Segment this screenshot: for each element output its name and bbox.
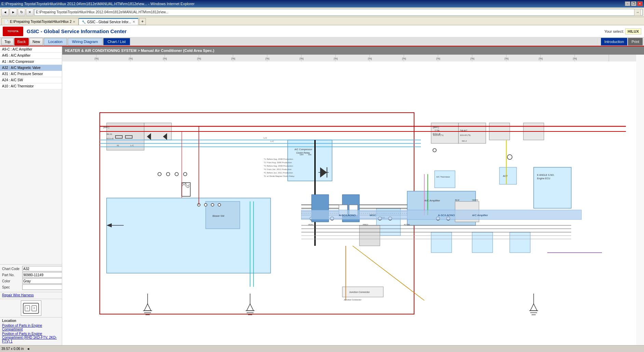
main-diagram: HEATER & AIR CONDITIONING SYSTEM > Manua…: [62, 46, 644, 345]
svg-text:L-C: L-C: [131, 144, 134, 146]
new-button[interactable]: New: [29, 38, 43, 45]
scroll-indicator[interactable]: ◄: [27, 347, 30, 351]
svg-rect-65: [534, 167, 571, 208]
svg-text:Junction Connector: Junction Connector: [344, 299, 361, 301]
svg-text:SMRN: SMRN: [472, 199, 478, 201]
svg-text:ECU+B: ECU+B: [107, 138, 113, 140]
svg-text:(BAT): (BAT): [103, 126, 109, 129]
svg-rect-44: [288, 140, 332, 181]
svg-text:A-SC/LAONO: A-SC/LAONO: [438, 214, 455, 217]
svg-text:Blower SW: Blower SW: [213, 215, 224, 217]
spec-label: Spec: [2, 285, 21, 289]
svg-text:BLW: BLW: [455, 199, 460, 201]
part-no-row: Part No.: [2, 272, 60, 278]
your-select-label: Your select:: [604, 29, 624, 33]
location-link-2[interactable]: Position of Parts in Engine Compartment …: [2, 332, 60, 343]
svg-text:E ANGLE S.NO.: E ANGLE S.NO.: [537, 174, 554, 176]
sidebar-item-6[interactable]: A10 : A/C Thermistor: [0, 83, 62, 89]
spec-input[interactable]: [22, 284, 62, 290]
sidebar-item-0[interactable]: A9-C : A/C Amplifier: [0, 46, 62, 53]
address-bar: E:\Prepairing Toyota\Toyota\Hilux\Hilux …: [34, 9, 643, 16]
svg-rect-0: [23, 303, 39, 313]
svg-text:1: 1: [27, 307, 28, 309]
tab-close-1[interactable]: ✕: [73, 20, 76, 24]
close-button[interactable]: ✕: [637, 1, 643, 6]
svg-text:*5: Before Jun. 2011 Productio: *5: Before Jun. 2011 Production: [264, 172, 293, 174]
svg-text:MGC: MGC: [370, 214, 376, 217]
sidebar-item-3[interactable]: A32 : A/C Magnetic Valve: [0, 65, 62, 71]
svg-text:[%]: [%]: [265, 57, 270, 60]
color-input[interactable]: [22, 278, 62, 284]
part-details: Chart Code Part No. Color Spec: [0, 265, 62, 292]
minimize-button[interactable]: −: [625, 1, 630, 6]
repair-wire-harness-link[interactable]: Repair Wire Harness: [2, 293, 60, 297]
location-tab[interactable]: Location: [44, 38, 67, 45]
toyota-logo: TOYOTA: [3, 27, 23, 36]
svg-text:[%]: [%]: [539, 57, 543, 60]
browser-tab-1[interactable]: 📄 E:\Prepairing Toyota\Toyota\Hilux\Hilu…: [1, 18, 79, 25]
sidebar-list[interactable]: A9-C : A/C AmplifierA45 : A/C AmplifierA…: [0, 46, 62, 265]
browser-toolbar: ◄ ► ↻ ✕ E:\Prepairing Toyota\Toyota\Hilu…: [0, 8, 644, 17]
svg-text:Engine ECU: Engine ECU: [537, 177, 550, 180]
refresh-button[interactable]: ↻: [18, 9, 25, 16]
left-sidebar: A9-C : A/C AmplifierA45 : A/C AmplifierA…: [0, 46, 62, 345]
svg-text:L-C: L-C: [264, 137, 267, 139]
svg-text:[%]: [%]: [163, 57, 167, 60]
wiring-diagram-svg: [%] [%] [%] [%] [%] [%] [%] [%] [%] [%] …: [62, 55, 636, 345]
sidebar-item-2[interactable]: A1 : A/C Compressor: [0, 59, 62, 65]
tab-icon-1: 📄: [4, 20, 9, 24]
title-bar-buttons: − ❐ ✕: [625, 1, 643, 6]
nav-right: Introduction Print: [601, 38, 643, 45]
diagram-content[interactable]: [%] [%] [%] [%] [%] [%] [%] [%] [%] [%] …: [62, 55, 644, 345]
app-container: TOYOTA GSIC - Global Service Information…: [0, 25, 644, 352]
back-button[interactable]: Back: [14, 38, 29, 45]
wiring-diagram-tab[interactable]: Wiring Diagram: [68, 38, 102, 45]
zoom-level: 39.57 x 0.06 in: [1, 347, 24, 351]
svg-text:*6: w/ Diode Magnet Clutch Rel: *6: w/ Diode Magnet Clutch Relay: [264, 175, 294, 177]
svg-text:OFF: OFF: [300, 154, 304, 156]
print-button[interactable]: Print: [628, 38, 643, 45]
restore-button[interactable]: ❐: [631, 1, 636, 6]
tab-close-2[interactable]: ✕: [133, 20, 135, 24]
tab-label-2: GSIC - Global Service Infor...: [87, 20, 131, 24]
svg-text:A/C Amplifier: A/C Amplifier: [424, 199, 440, 202]
header-right: Your select: HILUX: [604, 28, 641, 34]
back-browser-button[interactable]: ◄: [1, 9, 9, 16]
location-title: Location: [2, 319, 60, 323]
part-no-input[interactable]: [22, 272, 62, 278]
sidebar-item-1[interactable]: A45 : A/C Amplifier: [0, 53, 62, 59]
new-tab-button[interactable]: +: [139, 18, 146, 25]
browser-tab-2[interactable]: 🔧 GSIC - Global Service Infor... ✕: [79, 18, 138, 25]
chart-code-input[interactable]: [22, 266, 62, 271]
go-button[interactable]: →: [634, 9, 641, 16]
content-area: A9-C : A/C AmplifierA45 : A/C AmplifierA…: [0, 46, 644, 345]
sidebar-item-5[interactable]: A24 : A/C SW: [0, 77, 62, 83]
title-bar-title: E:\Prepairing Toyota\Toyota\Hilux\Hilux …: [1, 2, 194, 6]
tab-bar: 📄 E:\Prepairing Toyota\Toyota\Hilux\Hilu…: [0, 17, 644, 25]
color-row: Color: [2, 278, 60, 284]
nav-bar: Top Back New Location Wiring Diagram Cha…: [0, 38, 644, 46]
svg-text:L-C: L-C: [271, 140, 274, 142]
stop-button[interactable]: ✕: [26, 9, 33, 16]
logo-text: TOYOTA: [8, 30, 19, 33]
svg-text:(BAT): (BAT): [433, 126, 439, 129]
svg-text:[%]: [%]: [368, 57, 372, 60]
diagram-header: HEATER & AIR CONDITIONING SYSTEM > Manua…: [62, 46, 644, 55]
svg-text:NO.2: NO.2: [462, 140, 467, 142]
sidebar-item-4[interactable]: A31 : A/C Pressure Sensor: [0, 71, 62, 77]
svg-text:[%]: [%]: [505, 57, 509, 60]
svg-text:[%]: [%]: [129, 57, 133, 60]
svg-text:[%]: [%]: [95, 57, 99, 60]
svg-text:A-SC/LAONO: A-SC/LAONO: [339, 214, 356, 217]
svg-point-135: [218, 203, 221, 206]
svg-point-133: [204, 203, 207, 206]
forward-browser-button[interactable]: ►: [10, 9, 17, 16]
svg-text:ACT: ACT: [503, 175, 508, 177]
svg-text:ON: ON: [308, 154, 311, 156]
introduction-button[interactable]: Introduction: [601, 38, 627, 45]
svg-text:*3: Before Aug. 2009 Productio: *3: Before Aug. 2009 Production: [264, 165, 293, 167]
top-button[interactable]: Top: [1, 38, 14, 45]
chart-list-tab[interactable]: Chart / List: [103, 38, 130, 45]
location-link-1[interactable]: Position of Parts in Engine Compartment: [2, 324, 60, 331]
connector-diagram-section: 1 2: [0, 299, 62, 318]
